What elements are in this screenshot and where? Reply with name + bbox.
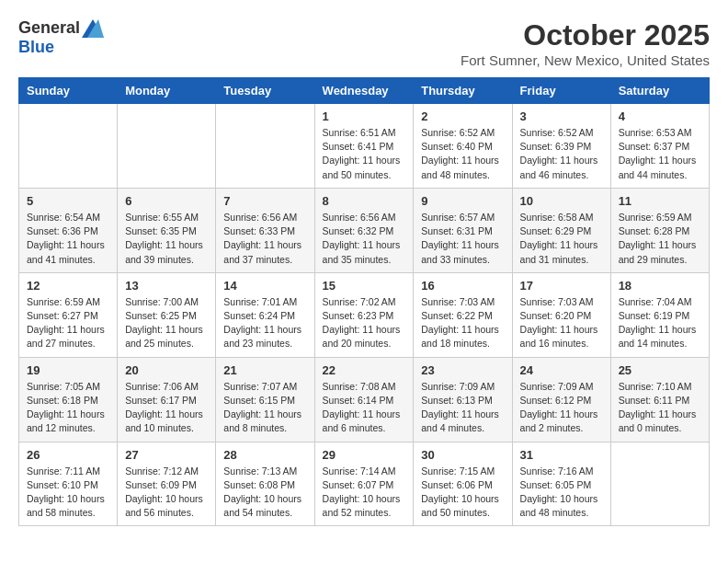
day-number: 9 xyxy=(421,194,504,208)
day-number: 31 xyxy=(520,448,603,462)
empty-cell xyxy=(19,104,118,189)
day-info: Sunrise: 7:15 AM Sunset: 6:06 PM Dayligh… xyxy=(421,465,504,521)
day-info: Sunrise: 6:57 AM Sunset: 6:31 PM Dayligh… xyxy=(421,211,504,267)
day-number: 28 xyxy=(223,448,306,462)
weekday-header-tuesday: Tuesday xyxy=(216,78,314,104)
day-info: Sunrise: 6:52 AM Sunset: 6:39 PM Dayligh… xyxy=(520,126,603,182)
day-number: 19 xyxy=(27,363,109,377)
weekday-header-saturday: Saturday xyxy=(610,78,709,104)
page-header: General Blue October 2025 Fort Sumner, N… xyxy=(18,18,710,68)
day-info: Sunrise: 6:59 AM Sunset: 6:27 PM Dayligh… xyxy=(27,295,109,351)
day-info: Sunrise: 6:56 AM Sunset: 6:32 PM Dayligh… xyxy=(323,211,406,267)
weekday-header-thursday: Thursday xyxy=(414,78,512,104)
logo-blue-text: Blue xyxy=(18,38,54,57)
calendar-day-18: 18Sunrise: 7:04 AM Sunset: 6:19 PM Dayli… xyxy=(610,272,709,357)
calendar-day-29: 29Sunrise: 7:14 AM Sunset: 6:07 PM Dayli… xyxy=(314,442,414,526)
calendar-day-4: 4Sunrise: 6:53 AM Sunset: 6:37 PM Daylig… xyxy=(610,104,709,189)
calendar-day-13: 13Sunrise: 7:00 AM Sunset: 6:25 PM Dayli… xyxy=(118,272,216,357)
day-info: Sunrise: 7:16 AM Sunset: 6:05 PM Dayligh… xyxy=(520,465,603,521)
day-number: 21 xyxy=(223,363,306,377)
calendar-day-1: 1Sunrise: 6:51 AM Sunset: 6:41 PM Daylig… xyxy=(314,104,414,189)
day-info: Sunrise: 6:59 AM Sunset: 6:28 PM Dayligh… xyxy=(619,211,701,267)
calendar-week-row: 12Sunrise: 6:59 AM Sunset: 6:27 PM Dayli… xyxy=(19,272,710,357)
day-number: 2 xyxy=(421,109,504,123)
day-info: Sunrise: 7:13 AM Sunset: 6:08 PM Dayligh… xyxy=(223,465,306,521)
day-info: Sunrise: 7:00 AM Sunset: 6:25 PM Dayligh… xyxy=(125,295,208,351)
day-number: 8 xyxy=(323,194,406,208)
calendar-day-3: 3Sunrise: 6:52 AM Sunset: 6:39 PM Daylig… xyxy=(512,104,610,189)
location-text: Fort Sumner, New Mexico, United States xyxy=(461,52,710,68)
empty-cell xyxy=(118,104,216,189)
day-info: Sunrise: 7:05 AM Sunset: 6:18 PM Dayligh… xyxy=(27,380,109,436)
day-info: Sunrise: 7:14 AM Sunset: 6:07 PM Dayligh… xyxy=(323,465,406,521)
calendar-day-25: 25Sunrise: 7:10 AM Sunset: 6:11 PM Dayli… xyxy=(610,357,709,442)
day-info: Sunrise: 7:12 AM Sunset: 6:09 PM Dayligh… xyxy=(125,465,208,521)
day-info: Sunrise: 6:52 AM Sunset: 6:40 PM Dayligh… xyxy=(421,126,504,182)
calendar-day-28: 28Sunrise: 7:13 AM Sunset: 6:08 PM Dayli… xyxy=(216,442,314,526)
day-number: 24 xyxy=(520,363,603,377)
day-number: 12 xyxy=(27,279,109,293)
day-number: 11 xyxy=(619,194,701,208)
empty-cell xyxy=(216,104,314,189)
day-number: 6 xyxy=(125,194,208,208)
calendar-day-6: 6Sunrise: 6:55 AM Sunset: 6:35 PM Daylig… xyxy=(118,188,216,272)
calendar-day-2: 2Sunrise: 6:52 AM Sunset: 6:40 PM Daylig… xyxy=(414,104,512,189)
weekday-header-monday: Monday xyxy=(118,78,216,104)
weekday-header-sunday: Sunday xyxy=(19,78,118,104)
calendar-day-30: 30Sunrise: 7:15 AM Sunset: 6:06 PM Dayli… xyxy=(414,442,512,526)
weekday-header-row: SundayMondayTuesdayWednesdayThursdayFrid… xyxy=(19,78,710,104)
day-info: Sunrise: 7:03 AM Sunset: 6:20 PM Dayligh… xyxy=(520,295,603,351)
day-number: 16 xyxy=(421,279,504,293)
day-info: Sunrise: 7:10 AM Sunset: 6:11 PM Dayligh… xyxy=(619,380,701,436)
day-info: Sunrise: 7:09 AM Sunset: 6:13 PM Dayligh… xyxy=(421,380,504,436)
calendar-day-27: 27Sunrise: 7:12 AM Sunset: 6:09 PM Dayli… xyxy=(118,442,216,526)
day-number: 26 xyxy=(27,448,109,462)
title-block: October 2025 Fort Sumner, New Mexico, Un… xyxy=(461,18,710,68)
day-info: Sunrise: 7:07 AM Sunset: 6:15 PM Dayligh… xyxy=(223,380,306,436)
day-info: Sunrise: 7:06 AM Sunset: 6:17 PM Dayligh… xyxy=(125,380,208,436)
calendar-table: SundayMondayTuesdayWednesdayThursdayFrid… xyxy=(18,77,710,526)
day-info: Sunrise: 6:55 AM Sunset: 6:35 PM Dayligh… xyxy=(125,211,208,267)
calendar-week-row: 5Sunrise: 6:54 AM Sunset: 6:36 PM Daylig… xyxy=(19,188,710,272)
calendar-week-row: 1Sunrise: 6:51 AM Sunset: 6:41 PM Daylig… xyxy=(19,104,710,189)
day-number: 14 xyxy=(223,279,306,293)
day-info: Sunrise: 7:11 AM Sunset: 6:10 PM Dayligh… xyxy=(27,465,109,521)
day-number: 18 xyxy=(619,279,701,293)
calendar-week-row: 19Sunrise: 7:05 AM Sunset: 6:18 PM Dayli… xyxy=(19,357,710,442)
calendar-day-5: 5Sunrise: 6:54 AM Sunset: 6:36 PM Daylig… xyxy=(19,188,118,272)
calendar-day-10: 10Sunrise: 6:58 AM Sunset: 6:29 PM Dayli… xyxy=(512,188,610,272)
calendar-day-20: 20Sunrise: 7:06 AM Sunset: 6:17 PM Dayli… xyxy=(118,357,216,442)
day-info: Sunrise: 6:51 AM Sunset: 6:41 PM Dayligh… xyxy=(323,126,406,182)
day-number: 3 xyxy=(520,109,603,123)
day-number: 29 xyxy=(323,448,406,462)
day-info: Sunrise: 7:08 AM Sunset: 6:14 PM Dayligh… xyxy=(323,380,406,436)
calendar-day-31: 31Sunrise: 7:16 AM Sunset: 6:05 PM Dayli… xyxy=(512,442,610,526)
day-info: Sunrise: 7:01 AM Sunset: 6:24 PM Dayligh… xyxy=(223,295,306,351)
calendar-day-11: 11Sunrise: 6:59 AM Sunset: 6:28 PM Dayli… xyxy=(610,188,709,272)
calendar-day-8: 8Sunrise: 6:56 AM Sunset: 6:32 PM Daylig… xyxy=(314,188,414,272)
day-info: Sunrise: 7:02 AM Sunset: 6:23 PM Dayligh… xyxy=(323,295,406,351)
logo-icon xyxy=(82,19,104,38)
day-info: Sunrise: 7:09 AM Sunset: 6:12 PM Dayligh… xyxy=(520,380,603,436)
calendar-day-14: 14Sunrise: 7:01 AM Sunset: 6:24 PM Dayli… xyxy=(216,272,314,357)
empty-cell xyxy=(610,442,709,526)
calendar-day-23: 23Sunrise: 7:09 AM Sunset: 6:13 PM Dayli… xyxy=(414,357,512,442)
calendar-day-22: 22Sunrise: 7:08 AM Sunset: 6:14 PM Dayli… xyxy=(314,357,414,442)
day-number: 1 xyxy=(323,109,406,123)
day-number: 15 xyxy=(323,279,406,293)
day-number: 20 xyxy=(125,363,208,377)
day-number: 17 xyxy=(520,279,603,293)
day-info: Sunrise: 7:03 AM Sunset: 6:22 PM Dayligh… xyxy=(421,295,504,351)
day-number: 23 xyxy=(421,363,504,377)
calendar-day-7: 7Sunrise: 6:56 AM Sunset: 6:33 PM Daylig… xyxy=(216,188,314,272)
calendar-day-17: 17Sunrise: 7:03 AM Sunset: 6:20 PM Dayli… xyxy=(512,272,610,357)
day-number: 5 xyxy=(27,194,109,208)
day-number: 13 xyxy=(125,279,208,293)
day-number: 4 xyxy=(619,109,701,123)
day-info: Sunrise: 6:53 AM Sunset: 6:37 PM Dayligh… xyxy=(619,126,701,182)
logo-general-text: General xyxy=(18,18,80,38)
calendar-day-12: 12Sunrise: 6:59 AM Sunset: 6:27 PM Dayli… xyxy=(19,272,118,357)
month-title: October 2025 xyxy=(461,18,710,52)
day-number: 30 xyxy=(421,448,504,462)
calendar-day-9: 9Sunrise: 6:57 AM Sunset: 6:31 PM Daylig… xyxy=(414,188,512,272)
